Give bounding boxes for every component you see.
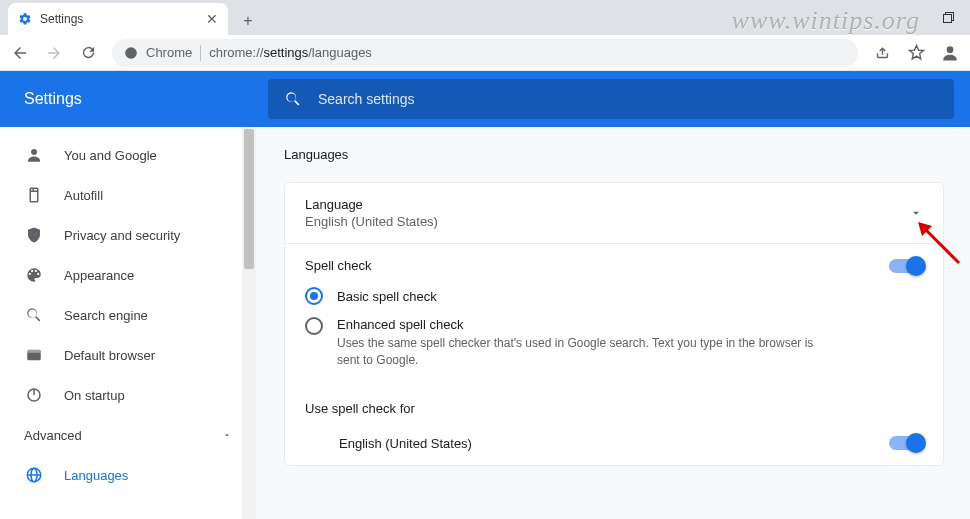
search-input[interactable] bbox=[318, 91, 938, 107]
sidebar-item-you-and-google[interactable]: You and Google bbox=[0, 135, 256, 175]
sidebar-item-default-browser[interactable]: Default browser bbox=[0, 335, 256, 375]
svg-point-3 bbox=[947, 46, 954, 53]
address-bar[interactable]: Chrome chrome://settings/languages bbox=[112, 39, 858, 67]
language-spellcheck-toggle[interactable] bbox=[889, 436, 923, 450]
back-button[interactable] bbox=[10, 43, 30, 63]
section-title: Languages bbox=[284, 147, 970, 162]
tab-title: Settings bbox=[40, 12, 83, 26]
sidebar-item-label: Languages bbox=[64, 468, 128, 483]
window-icon bbox=[24, 345, 44, 365]
content-area: Languages Language English (United State… bbox=[256, 127, 970, 519]
sidebar-item-privacy[interactable]: Privacy and security bbox=[0, 215, 256, 255]
sidebar-item-label: Privacy and security bbox=[64, 228, 180, 243]
columns: You and Google Autofill Privacy and secu… bbox=[0, 127, 970, 519]
languages-card: Language English (United States) Spell c… bbox=[284, 182, 944, 466]
sidebar-scrollbar[interactable] bbox=[242, 127, 256, 519]
new-tab-button[interactable]: + bbox=[234, 7, 262, 35]
chevron-up-icon bbox=[222, 430, 232, 440]
maximize-icon[interactable] bbox=[943, 12, 954, 23]
sidebar-item-languages[interactable]: Languages bbox=[0, 455, 256, 495]
window-controls bbox=[943, 0, 962, 35]
svg-point-2 bbox=[125, 47, 137, 59]
language-row-value: English (United States) bbox=[305, 214, 895, 229]
address-scheme: Chrome bbox=[146, 45, 192, 60]
search-icon bbox=[24, 305, 44, 325]
sidebar: You and Google Autofill Privacy and secu… bbox=[0, 127, 256, 503]
radio-enhanced[interactable] bbox=[305, 317, 323, 335]
clipboard-icon bbox=[24, 185, 44, 205]
settings-search[interactable] bbox=[268, 79, 954, 119]
svg-rect-6 bbox=[27, 350, 41, 353]
option-enhanced-label: Enhanced spell check bbox=[337, 317, 817, 332]
browser-tab[interactable]: Settings ✕ bbox=[8, 3, 228, 35]
sidebar-item-label: You and Google bbox=[64, 148, 157, 163]
shield-icon bbox=[24, 225, 44, 245]
advanced-label: Advanced bbox=[24, 428, 82, 443]
page: Settings You and Google Autofill Privacy… bbox=[0, 71, 970, 519]
language-row[interactable]: Language English (United States) bbox=[285, 183, 943, 244]
chevron-down-icon[interactable] bbox=[909, 206, 923, 220]
option-enhanced-description: Uses the same spell checker that's used … bbox=[337, 335, 817, 369]
close-icon[interactable]: ✕ bbox=[206, 11, 218, 27]
spellcheck-row: Spell check bbox=[285, 244, 943, 281]
site-info-icon[interactable] bbox=[124, 46, 138, 60]
sidebar-advanced-toggle[interactable]: Advanced bbox=[0, 415, 256, 455]
person-icon bbox=[24, 145, 44, 165]
svg-rect-1 bbox=[944, 15, 952, 23]
sidebar-item-label: Appearance bbox=[64, 268, 134, 283]
search-icon bbox=[284, 90, 302, 108]
option-basic-label: Basic spell check bbox=[337, 289, 437, 304]
browser-toolbar: Chrome chrome://settings/languages bbox=[0, 35, 970, 71]
sidebar-item-appearance[interactable]: Appearance bbox=[0, 255, 256, 295]
radio-basic[interactable] bbox=[305, 287, 323, 305]
svg-point-4 bbox=[31, 149, 37, 155]
tab-strip: Settings ✕ + bbox=[0, 0, 970, 35]
separator bbox=[200, 45, 201, 61]
spellcheck-option-basic[interactable]: Basic spell check bbox=[285, 281, 943, 311]
sidebar-item-label: Default browser bbox=[64, 348, 155, 363]
power-icon bbox=[24, 385, 44, 405]
sidebar-item-on-startup[interactable]: On startup bbox=[0, 375, 256, 415]
page-title: Settings bbox=[0, 90, 256, 108]
use-for-label: Use spell check for bbox=[305, 401, 415, 416]
address-text: chrome://settings/languages bbox=[209, 45, 372, 60]
use-spellcheck-for-item: English (United States) bbox=[285, 422, 943, 465]
globe-icon bbox=[24, 465, 44, 485]
gear-icon bbox=[18, 12, 32, 26]
sidebar-item-label: Autofill bbox=[64, 188, 103, 203]
sidebar-item-autofill[interactable]: Autofill bbox=[0, 175, 256, 215]
bookmark-icon[interactable] bbox=[906, 43, 926, 63]
use-for-item-label: English (United States) bbox=[339, 436, 875, 451]
profile-icon[interactable] bbox=[940, 43, 960, 63]
sidebar-item-search-engine[interactable]: Search engine bbox=[0, 295, 256, 335]
spellcheck-toggle[interactable] bbox=[889, 259, 923, 273]
sidebar-item-label: On startup bbox=[64, 388, 125, 403]
language-row-title: Language bbox=[305, 197, 895, 212]
sidebar-item-label: Search engine bbox=[64, 308, 148, 323]
forward-button[interactable] bbox=[44, 43, 64, 63]
share-icon[interactable] bbox=[872, 43, 892, 63]
reload-button[interactable] bbox=[78, 43, 98, 63]
palette-icon bbox=[24, 265, 44, 285]
use-spellcheck-for-label-row: Use spell check for bbox=[285, 383, 943, 422]
spellcheck-label: Spell check bbox=[305, 258, 875, 273]
settings-header: Settings bbox=[0, 71, 970, 127]
spellcheck-option-enhanced[interactable]: Enhanced spell check Uses the same spell… bbox=[285, 311, 943, 383]
